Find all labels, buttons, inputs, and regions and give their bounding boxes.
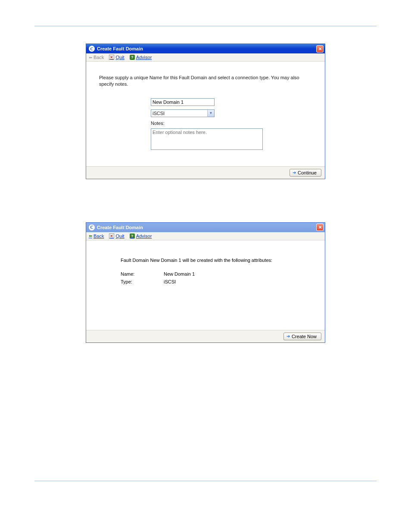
close-square-icon: ✕ xyxy=(109,55,114,60)
top-divider xyxy=(34,26,377,26)
advisor-label: Advisor xyxy=(136,233,152,239)
window-title: Create Fault Domain xyxy=(97,225,143,230)
window-title: Create Fault Domain xyxy=(97,46,143,51)
name-label: Name: xyxy=(121,271,164,277)
back-label: Back xyxy=(93,55,104,60)
create-fault-domain-dialog-step2: C Create Fault Domain ✕ ⬅ Back ✕ Quit ? … xyxy=(86,222,325,343)
continue-label: Continue xyxy=(298,170,317,175)
arrow-right-icon: ➔ xyxy=(286,334,290,339)
help-icon: ? xyxy=(130,55,135,60)
advisor-button[interactable]: ? Advisor xyxy=(130,233,152,239)
notes-label: Notes: xyxy=(99,121,151,126)
arrow-right-icon: ➔ xyxy=(293,170,296,175)
back-button: ⬅ Back xyxy=(89,55,104,60)
quit-button[interactable]: ✕ Quit xyxy=(109,233,124,239)
notes-textarea[interactable] xyxy=(151,128,263,150)
toolbar: ⬅ Back ✕ Quit ? Advisor xyxy=(86,232,325,240)
type-value: iSCSI xyxy=(164,279,176,284)
advisor-button[interactable]: ? Advisor xyxy=(130,55,152,60)
name-value: New Domain 1 xyxy=(164,271,195,277)
help-icon: ? xyxy=(130,233,135,239)
create-fault-domain-dialog-step1: C Create Fault Domain ✕ ⬅ Back ✕ Quit ? … xyxy=(86,44,325,179)
chevron-down-icon: ▼ xyxy=(207,110,214,117)
titlebar: C Create Fault Domain ✕ xyxy=(86,44,325,53)
advisor-label: Advisor xyxy=(136,55,152,60)
type-select[interactable]: iSCSI ▼ xyxy=(151,109,215,117)
create-now-button[interactable]: ➔ Create Now xyxy=(283,333,321,340)
app-icon: C xyxy=(89,46,95,52)
arrow-left-icon: ⬅ xyxy=(89,233,92,238)
continue-button[interactable]: ➔ Continue xyxy=(290,169,321,177)
dialog-footer: ➔ Create Now xyxy=(86,330,325,342)
arrow-left-icon: ⬅ xyxy=(89,55,92,60)
bottom-divider xyxy=(34,481,377,481)
back-label: Back xyxy=(93,233,104,239)
type-label: Type: xyxy=(99,111,151,116)
type-label: Type: xyxy=(121,279,164,284)
name-input[interactable] xyxy=(151,98,215,106)
app-icon: C xyxy=(89,224,95,230)
create-now-label: Create Now xyxy=(292,334,317,339)
quit-label: Quit xyxy=(115,233,124,239)
confirmation-text: Fault Domain New Domain 1 will be create… xyxy=(121,258,290,263)
type-value: iSCSI xyxy=(153,111,165,116)
close-icon[interactable]: ✕ xyxy=(316,45,324,53)
quit-label: Quit xyxy=(115,55,124,60)
close-icon[interactable]: ✕ xyxy=(316,224,324,231)
instruction-text: Please supply a unique Name for this Fau… xyxy=(99,75,312,88)
back-button[interactable]: ⬅ Back xyxy=(89,233,104,239)
dialog-footer: ➔ Continue xyxy=(86,166,325,179)
quit-button[interactable]: ✕ Quit xyxy=(109,55,124,60)
titlebar: C Create Fault Domain ✕ xyxy=(86,223,325,232)
name-label: Name: xyxy=(99,100,151,105)
close-square-icon: ✕ xyxy=(109,233,114,239)
toolbar: ⬅ Back ✕ Quit ? Advisor xyxy=(86,53,325,62)
